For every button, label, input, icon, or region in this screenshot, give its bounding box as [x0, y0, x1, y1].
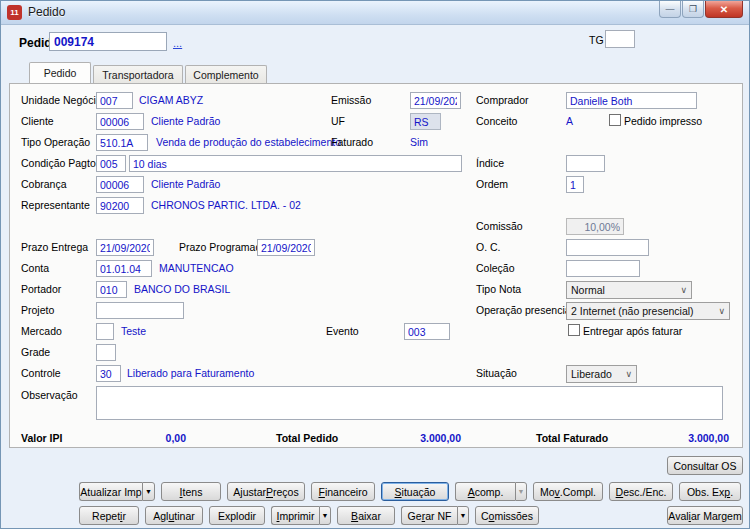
operacao-presencial-select[interactable]: 2 Internet (não presencial) ∨ [566, 302, 730, 320]
faturado-value: Sim [410, 136, 428, 148]
condicao-pagto-code-input[interactable] [96, 155, 126, 172]
tipo-operacao-desc: Venda de produção do estabelecimento [156, 136, 341, 148]
prazo-entrega-input[interactable] [96, 239, 154, 256]
situacao-button[interactable]: Situação [381, 482, 449, 501]
valor-ipi-label: Valor IPI [21, 432, 62, 444]
conta-input[interactable] [96, 260, 152, 277]
pedido-window: 11 Pedido — ❐ ✕ Pedido ... TG Pedido Tra… [0, 0, 750, 529]
prazo-programado-input[interactable] [257, 239, 315, 256]
explodir-button[interactable]: Explodir [209, 506, 265, 525]
situacao-select[interactable]: Liberado ∨ [566, 365, 637, 383]
obs-exp-button[interactable]: Obs. Exp. [679, 482, 741, 501]
indice-input[interactable] [566, 155, 605, 172]
gerar-nf-button[interactable]: Gerar NF [401, 506, 457, 525]
situacao-label: Situação [476, 367, 517, 379]
pedido-lookup-link[interactable]: ... [173, 37, 182, 49]
imprimir-button[interactable]: Imprimir [271, 506, 319, 525]
cobranca-desc: Cliente Padrão [151, 178, 220, 190]
ajustar-precos-button[interactable]: Ajustar Preços [227, 482, 305, 501]
condicao-pagto-desc-input[interactable] [129, 155, 462, 172]
representante-input[interactable] [96, 197, 144, 214]
aglutinar-button[interactable]: Aglutinar [145, 506, 203, 525]
cliente-input[interactable] [96, 113, 144, 130]
valor-ipi-value: 0,00 [111, 432, 186, 444]
portador-desc: BANCO DO BRASIL [134, 283, 230, 295]
atualizar-imp-button[interactable]: Atualizar Imp [79, 482, 142, 501]
uf-label: UF [331, 115, 345, 127]
tab-transportadora[interactable]: Transportadora [93, 65, 183, 83]
window-title: Pedido [28, 5, 65, 19]
evento-input[interactable] [404, 323, 450, 340]
projeto-input[interactable] [96, 302, 184, 319]
chevron-down-icon: ∨ [625, 369, 632, 379]
comissoes-button[interactable]: Comissões [475, 506, 539, 525]
unidade-negocio-label: Unidade Negócio [21, 94, 102, 106]
representante-label: Representante [21, 199, 90, 211]
mercado-input[interactable] [96, 323, 114, 340]
entregar-apos-faturar-checkbox[interactable] [568, 324, 580, 336]
tg-label: TG [589, 34, 604, 46]
entregar-apos-faturar-label: Entregar após faturar [583, 325, 682, 337]
oc-label: O. C. [476, 241, 501, 253]
observacao-textarea[interactable] [96, 386, 723, 420]
tipo-nota-selected-value: Normal [571, 284, 605, 296]
gerar-nf-dropdown-arrow[interactable]: ▼ [457, 506, 469, 525]
total-faturado-label: Total Faturado [536, 432, 608, 444]
atualizar-imp-dropdown-arrow[interactable]: ▼ [142, 482, 155, 501]
pedido-impresso-label: Pedido impresso [624, 115, 702, 127]
emissao-input[interactable] [410, 92, 461, 109]
close-button[interactable]: ✕ [705, 1, 743, 18]
acomp-split-button: Acomp. ▼ [455, 482, 527, 501]
pedido-impresso-checkbox[interactable] [609, 114, 621, 126]
maximize-button[interactable]: ❐ [682, 1, 704, 18]
portador-input[interactable] [96, 281, 127, 298]
grade-label: Grade [21, 346, 50, 358]
controle-desc: Liberado para Faturamento [127, 367, 254, 379]
chevron-down-icon: ∨ [680, 285, 687, 295]
ordem-input[interactable] [566, 176, 584, 193]
controle-input[interactable] [96, 365, 121, 382]
grade-input[interactable] [96, 344, 116, 361]
tab-pedido[interactable]: Pedido [29, 62, 91, 83]
oc-input[interactable] [566, 239, 649, 256]
projeto-label: Projeto [21, 304, 54, 316]
portador-label: Portador [21, 283, 61, 295]
atualizar-imp-split-button: Atualizar Imp ▼ [79, 482, 155, 501]
desc-enc-button[interactable]: Desc./Enc. [609, 482, 673, 501]
button-row-spacer [545, 506, 661, 525]
imprimir-split-button: Imprimir ▼ [271, 506, 331, 525]
situacao-selected-value: Liberado [571, 368, 612, 380]
tg-input[interactable] [605, 30, 635, 48]
imprimir-dropdown-arrow[interactable]: ▼ [319, 506, 331, 525]
dropdown-arrow-icon: ▼ [322, 512, 329, 519]
colecao-input[interactable] [566, 260, 640, 277]
financeiro-button[interactable]: Financeiro [311, 482, 375, 501]
tipo-operacao-input[interactable] [96, 134, 148, 151]
repetir-button[interactable]: Repetir [79, 506, 139, 525]
cobranca-input[interactable] [96, 176, 144, 193]
baixar-button[interactable]: Baixar [337, 506, 395, 525]
comprador-label: Comprador [476, 94, 529, 106]
controle-label: Controle [21, 367, 61, 379]
tipo-nota-label: Tipo Nota [476, 283, 521, 295]
total-pedido-label: Total Pedido [276, 432, 338, 444]
prazo-programado-label: Prazo Programado [179, 241, 267, 253]
conta-label: Conta [21, 262, 49, 274]
acomp-button[interactable]: Acomp. [455, 482, 515, 501]
app-icon: 11 [7, 5, 22, 20]
consultar-os-button[interactable]: Consultar OS [667, 456, 743, 475]
mov-compl-button[interactable]: Mov.Compl. [533, 482, 603, 501]
avaliar-margem-button[interactable]: Avaliar Margem [667, 506, 743, 525]
dropdown-arrow-icon: ▼ [460, 512, 467, 519]
tab-complemento[interactable]: Complemento [185, 65, 267, 83]
unidade-negocio-desc: CIGAM ABYZ [139, 94, 203, 106]
itens-button[interactable]: Itens [161, 482, 221, 501]
unidade-negocio-input[interactable] [96, 92, 133, 109]
comprador-input[interactable] [566, 92, 697, 109]
acomp-dropdown-arrow[interactable]: ▼ [515, 482, 527, 501]
minimize-button[interactable]: — [659, 1, 681, 18]
pedido-number-input[interactable] [49, 32, 167, 51]
cliente-desc: Cliente Padrão [151, 115, 220, 127]
total-faturado-value: 3.000,00 [651, 432, 729, 444]
tipo-nota-select[interactable]: Normal ∨ [566, 281, 692, 299]
